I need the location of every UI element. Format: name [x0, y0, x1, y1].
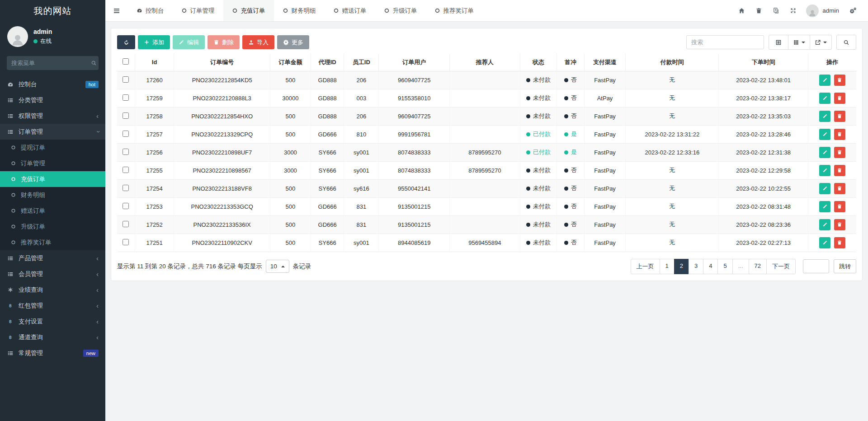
trash-button[interactable] [751, 0, 766, 22]
search-icon[interactable] [91, 60, 97, 66]
row-checkbox[interactable] [123, 131, 129, 137]
row-delete-button[interactable] [834, 75, 845, 86]
jump-page-input[interactable] [803, 259, 829, 273]
row-delete-button[interactable] [834, 201, 845, 212]
row-edit-button[interactable] [819, 201, 830, 212]
columns-button[interactable] [788, 35, 810, 50]
page-button-下一页[interactable]: 下一页 [766, 259, 796, 274]
sidebar-subitem-推荐奖订单[interactable]: 推荐奖订单 [0, 234, 105, 250]
sidebar-subitem-订单管理[interactable]: 订单管理 [0, 155, 105, 171]
tab-升级订单[interactable]: 升级订单 [375, 0, 426, 21]
column-header[interactable]: 订单编号 [174, 54, 270, 71]
copy-button[interactable] [768, 0, 783, 22]
tab-推荐奖订单[interactable]: 推荐奖订单 [426, 0, 483, 21]
tab-赠送订单[interactable]: 赠送订单 [325, 0, 375, 21]
sidebar-subitem-充值订单[interactable]: 充值订单 [0, 171, 105, 187]
sidebar-item-支付设置[interactable]: ฿ 支付设置 ‹ [0, 313, 105, 329]
page-size-select[interactable]: 10 [266, 260, 289, 273]
sidebar-item-控制台[interactable]: 控制台 hot ‹ [0, 76, 105, 92]
column-header[interactable]: 推荐人 [450, 54, 520, 71]
select-all-checkbox[interactable] [123, 58, 129, 65]
row-delete-button[interactable] [834, 165, 845, 176]
row-checkbox[interactable] [123, 112, 129, 119]
row-edit-button[interactable] [819, 75, 830, 86]
column-header[interactable]: 支付渠道 [584, 54, 626, 71]
row-edit-button[interactable] [819, 93, 830, 104]
fullscreen-button[interactable] [785, 0, 801, 22]
jump-button[interactable]: 跳转 [834, 259, 856, 273]
export-button[interactable] [810, 35, 832, 50]
tab-控制台[interactable]: 控制台 [128, 0, 173, 21]
sidebar-item-权限管理[interactable]: 权限管理 ‹ [0, 108, 105, 124]
sidebar-item-分类管理[interactable]: 分类管理 ‹ [0, 92, 105, 108]
tab-订单管理[interactable]: 订单管理 [173, 0, 223, 21]
row-checkbox[interactable] [123, 239, 129, 245]
column-header[interactable]: 下单时间 [719, 54, 808, 71]
row-edit-button[interactable] [819, 165, 830, 176]
row-checkbox[interactable] [123, 94, 129, 101]
home-button[interactable] [734, 0, 749, 22]
row-edit-button[interactable] [819, 111, 830, 122]
sidebar-item-红包管理[interactable]: ฿ 红包管理 ‹ [0, 298, 105, 313]
sidebar-item-业绩查询[interactable]: 业绩查询 ‹ [0, 282, 105, 298]
toggle-view-button[interactable] [769, 35, 788, 50]
row-delete-button[interactable] [834, 183, 845, 194]
sidebar-item-常规管理[interactable]: 常规管理 new ‹ [0, 345, 105, 361]
column-header[interactable]: 状态 [520, 54, 557, 71]
row-checkbox[interactable] [123, 167, 129, 173]
row-checkbox[interactable] [123, 185, 129, 191]
column-header[interactable]: 代理ID [311, 54, 344, 71]
row-edit-button[interactable] [819, 237, 830, 248]
edit-button[interactable]: 编辑 [173, 35, 205, 49]
sidebar-subitem-提现订单[interactable]: 提现订单 [0, 140, 105, 155]
search-button[interactable] [836, 35, 856, 50]
column-header[interactable]: 订单用户 [379, 54, 450, 71]
row-edit-button[interactable] [819, 129, 830, 140]
sidebar-item-通道查询[interactable]: ฿ 通道查询 ‹ [0, 329, 105, 345]
row-delete-button[interactable] [834, 147, 845, 158]
row-delete-button[interactable] [834, 237, 845, 248]
delete-button[interactable]: 删除 [208, 35, 240, 49]
tab-财务明细[interactable]: 财务明细 [274, 0, 325, 21]
add-button[interactable]: 添加 [138, 35, 170, 49]
page-button-上一页[interactable]: 上一页 [631, 259, 660, 274]
page-button-3[interactable]: 3 [689, 259, 703, 274]
row-delete-button[interactable] [834, 219, 845, 230]
settings-button[interactable] [845, 0, 861, 22]
topnav-username[interactable]: admin [822, 7, 839, 14]
app-logo[interactable]: 我的网站 [0, 0, 105, 22]
refresh-button[interactable] [117, 35, 135, 49]
row-checkbox[interactable] [123, 203, 129, 209]
row-edit-button[interactable] [819, 219, 830, 230]
row-delete-button[interactable] [834, 111, 845, 122]
sidebar-subitem-赠送订单[interactable]: 赠送订单 [0, 203, 105, 219]
page-button-1[interactable]: 1 [660, 259, 675, 274]
sidebar-search-input[interactable] [11, 60, 91, 66]
sidebar-item-会员管理[interactable]: 会员管理 ‹ [0, 266, 105, 282]
page-button-2[interactable]: 2 [674, 259, 689, 274]
row-checkbox[interactable] [123, 76, 129, 83]
row-edit-button[interactable] [819, 147, 830, 158]
sidebar-item-订单管理[interactable]: 订单管理 ‹ [0, 124, 105, 140]
column-header[interactable]: 订单金额 [270, 54, 311, 71]
sidebar-subitem-升级订单[interactable]: 升级订单 [0, 219, 105, 234]
tab-充值订单[interactable]: 充值订单 [223, 0, 274, 21]
page-button-4[interactable]: 4 [703, 259, 718, 274]
column-header[interactable]: 付款时间 [626, 54, 719, 71]
row-delete-button[interactable] [834, 129, 845, 140]
table-search-input[interactable] [686, 35, 764, 49]
row-delete-button[interactable] [834, 93, 845, 104]
row-checkbox[interactable] [123, 221, 129, 227]
page-button-72[interactable]: 72 [749, 259, 767, 274]
row-edit-button[interactable] [819, 183, 830, 194]
column-header[interactable]: 首冲 [557, 54, 584, 71]
column-header[interactable]: 操作 [808, 54, 856, 71]
topnav-avatar[interactable] [806, 5, 819, 17]
sidebar-item-产品管理[interactable]: 产品管理 ‹ [0, 250, 105, 266]
column-header[interactable]: Id [135, 54, 174, 71]
row-checkbox[interactable] [123, 149, 129, 155]
page-button-5[interactable]: 5 [717, 259, 732, 274]
sidebar-subitem-财务明细[interactable]: 财务明细 [0, 187, 105, 203]
column-header[interactable]: 员工ID [344, 54, 379, 71]
more-button[interactable]: 更多 [277, 35, 309, 49]
